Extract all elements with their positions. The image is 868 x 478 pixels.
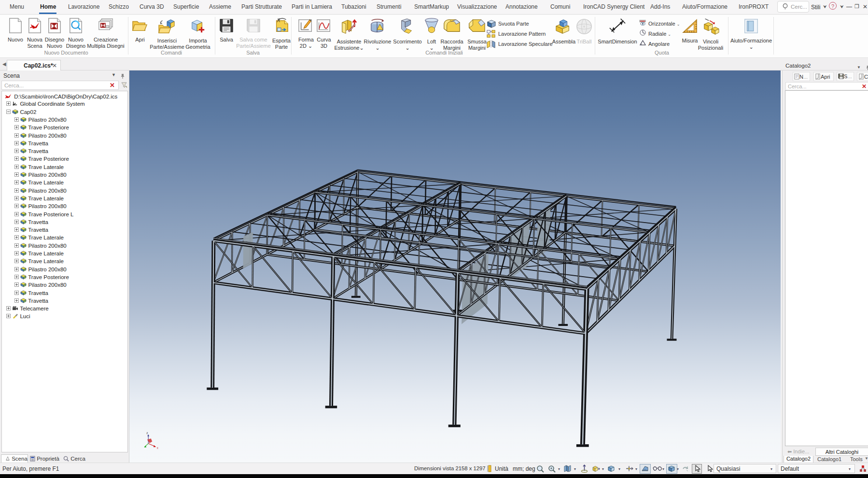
svg-text:x: x	[157, 446, 159, 450]
svg-text:z: z	[146, 431, 148, 435]
